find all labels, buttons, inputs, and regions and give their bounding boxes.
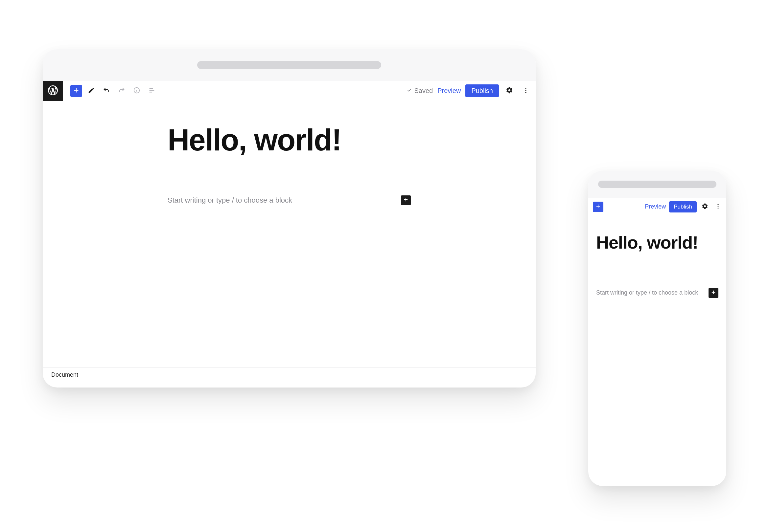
- info-icon: [133, 87, 140, 95]
- plus-icon: [595, 203, 601, 211]
- svg-point-4: [718, 204, 719, 205]
- more-options-button[interactable]: [713, 202, 723, 212]
- wordpress-icon: [47, 84, 59, 98]
- inline-block-inserter-button[interactable]: [709, 288, 718, 298]
- undo-button[interactable]: [101, 85, 112, 97]
- plus-icon: [73, 87, 80, 95]
- desktop-device-frame: Saved Preview Publish Hello, world! Star…: [43, 49, 536, 388]
- block-inserter-button[interactable]: [70, 85, 82, 97]
- mobile-device-frame: Preview Publish Hello, world! Start writ…: [588, 171, 726, 486]
- edit-tool-button[interactable]: [85, 85, 97, 97]
- save-status: Saved: [407, 87, 433, 95]
- settings-button[interactable]: [504, 85, 515, 97]
- more-vertical-icon: [715, 203, 721, 211]
- publish-button[interactable]: Publish: [669, 201, 697, 212]
- svg-point-2: [525, 90, 526, 91]
- editor-canvas[interactable]: Hello, world! Start writing or type / to…: [588, 233, 726, 298]
- preview-button[interactable]: Preview: [438, 87, 461, 95]
- editor-toolbar: Preview Publish: [588, 198, 726, 216]
- inline-block-inserter-button[interactable]: [401, 195, 411, 205]
- gear-icon: [702, 203, 708, 211]
- more-options-button[interactable]: [520, 85, 532, 97]
- svg-point-1: [525, 87, 526, 88]
- browser-chrome: [43, 49, 536, 81]
- wordpress-logo-button[interactable]: [43, 81, 63, 101]
- more-vertical-icon: [522, 87, 530, 95]
- preview-button[interactable]: Preview: [645, 203, 666, 210]
- svg-point-3: [525, 92, 526, 93]
- svg-point-6: [718, 208, 719, 209]
- check-icon: [407, 87, 413, 95]
- block-placeholder-text: Start writing or type / to choose a bloc…: [596, 289, 698, 296]
- gear-icon: [506, 87, 513, 95]
- post-title-input[interactable]: Hello, world!: [164, 124, 414, 156]
- plus-icon: [403, 197, 409, 204]
- svg-point-5: [718, 206, 719, 207]
- redo-icon: [118, 87, 125, 95]
- block-inserter-button[interactable]: [593, 202, 603, 212]
- default-block-appender[interactable]: Start writing or type / to choose a bloc…: [588, 288, 726, 298]
- pencil-icon: [88, 87, 95, 95]
- outline-button[interactable]: [146, 85, 158, 97]
- post-title-input[interactable]: Hello, world!: [588, 233, 726, 252]
- plus-icon: [711, 289, 716, 297]
- block-placeholder-text: Start writing or type / to choose a bloc…: [168, 196, 292, 205]
- redo-button[interactable]: [116, 85, 127, 97]
- browser-url-bar[interactable]: [197, 61, 381, 69]
- editor-toolbar: Saved Preview Publish: [43, 81, 536, 101]
- editor-footer-breadcrumb[interactable]: Document: [43, 367, 536, 378]
- default-block-appender[interactable]: Start writing or type / to choose a bloc…: [164, 195, 414, 205]
- browser-chrome: [588, 171, 726, 198]
- details-button[interactable]: [131, 85, 143, 97]
- undo-icon: [103, 87, 110, 95]
- publish-button[interactable]: Publish: [465, 84, 499, 97]
- save-status-label: Saved: [415, 87, 433, 95]
- breadcrumb-item: Document: [51, 371, 78, 378]
- editor-canvas[interactable]: Hello, world! Start writing or type / to…: [43, 101, 536, 205]
- settings-button[interactable]: [700, 202, 710, 212]
- browser-url-bar[interactable]: [598, 181, 716, 188]
- list-view-icon: [148, 87, 155, 95]
